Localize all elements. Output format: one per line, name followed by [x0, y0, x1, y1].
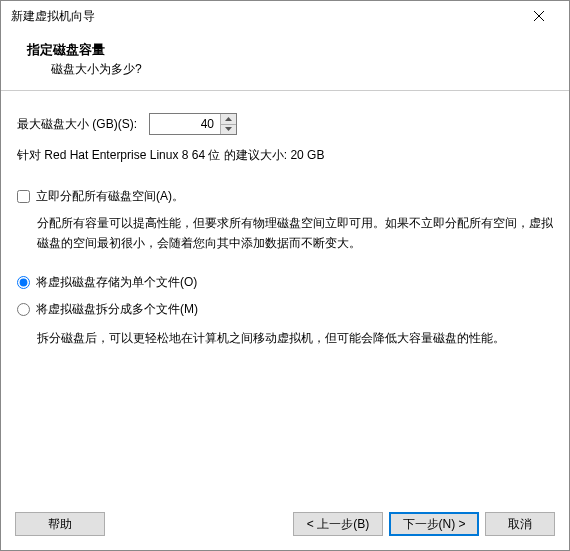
cancel-button[interactable]: 取消: [485, 512, 555, 536]
disk-size-row: 最大磁盘大小 (GB)(S):: [17, 113, 553, 135]
next-button[interactable]: 下一步(N) >: [389, 512, 479, 536]
wizard-header: 指定磁盘容量 磁盘大小为多少?: [1, 31, 569, 91]
back-button[interactable]: < 上一步(B): [293, 512, 383, 536]
window-title: 新建虚拟机向导: [11, 8, 519, 25]
store-single-radio[interactable]: [17, 276, 30, 289]
store-split-radio-row[interactable]: 将虚拟磁盘拆分成多个文件(M): [17, 301, 553, 318]
svg-marker-2: [225, 117, 232, 121]
store-split-label: 将虚拟磁盘拆分成多个文件(M): [36, 301, 198, 318]
disk-size-label: 最大磁盘大小 (GB)(S):: [17, 116, 137, 133]
wizard-window: 新建虚拟机向导 指定磁盘容量 磁盘大小为多少? 最大磁盘大小 (GB)(S): …: [0, 0, 570, 551]
close-button[interactable]: [519, 2, 559, 30]
store-single-label: 将虚拟磁盘存储为单个文件(O): [36, 274, 197, 291]
svg-marker-3: [225, 127, 232, 131]
spinner-buttons: [220, 114, 236, 134]
allocate-now-checkbox-row[interactable]: 立即分配所有磁盘空间(A)。: [17, 188, 553, 205]
allocate-now-explain: 分配所有容量可以提高性能，但要求所有物理磁盘空间立即可用。如果不立即分配所有空间…: [37, 213, 553, 254]
allocate-now-label: 立即分配所有磁盘空间(A)。: [36, 188, 184, 205]
page-title: 指定磁盘容量: [27, 41, 543, 59]
disk-size-input[interactable]: [150, 114, 220, 134]
allocate-now-checkbox[interactable]: [17, 190, 30, 203]
split-explain: 拆分磁盘后，可以更轻松地在计算机之间移动虚拟机，但可能会降低大容量磁盘的性能。: [37, 328, 553, 348]
wizard-footer: 帮助 < 上一步(B) 下一步(N) > 取消: [1, 502, 569, 550]
page-subtitle: 磁盘大小为多少?: [51, 61, 543, 78]
close-icon: [534, 11, 544, 21]
titlebar: 新建虚拟机向导: [1, 1, 569, 31]
spinner-down[interactable]: [221, 125, 236, 135]
store-split-radio[interactable]: [17, 303, 30, 316]
recommended-size-text: 针对 Red Hat Enterprise Linux 8 64 位 的建议大小…: [17, 147, 553, 164]
spinner-up[interactable]: [221, 114, 236, 125]
help-button[interactable]: 帮助: [15, 512, 105, 536]
disk-size-spinner: [149, 113, 237, 135]
wizard-body: 最大磁盘大小 (GB)(S): 针对 Red Hat Enterprise Li…: [1, 91, 569, 502]
store-single-radio-row[interactable]: 将虚拟磁盘存储为单个文件(O): [17, 274, 553, 291]
